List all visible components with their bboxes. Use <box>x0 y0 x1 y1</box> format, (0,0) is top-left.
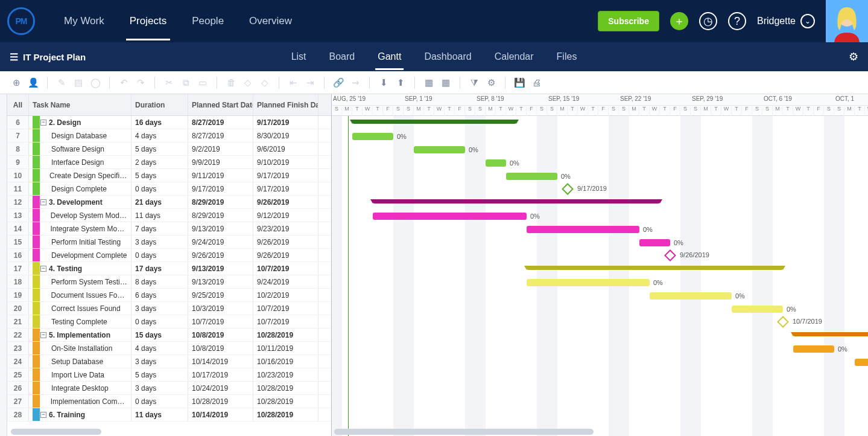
table-row[interactable]: 22−5. Implementation15 days10/8/201910/2… <box>7 329 331 342</box>
indent-icon[interactable]: ⇥ <box>303 76 317 89</box>
table-scrollbar[interactable] <box>11 429 101 435</box>
table-row[interactable]: 23On-Site Installation4 days10/8/201910/… <box>7 342 331 355</box>
subscribe-button[interactable]: Subscribe <box>598 11 659 31</box>
avatar[interactable] <box>826 0 868 42</box>
cut-icon[interactable]: ✂ <box>162 76 176 89</box>
settings2-icon[interactable]: ⚙ <box>484 76 498 89</box>
gantt-summary-bar[interactable] <box>373 199 660 204</box>
table-row[interactable]: 13Develop System Modules11 days8/29/2019… <box>7 209 331 222</box>
timer-icon[interactable]: ◷ <box>699 12 717 30</box>
table-row[interactable]: 11Design Complete0 days9/17/20199/17/201… <box>7 182 331 196</box>
collapse-toggle[interactable]: − <box>40 199 46 205</box>
edit-icon[interactable]: ✎ <box>55 76 68 89</box>
table-row[interactable]: 8Software Design5 days9/2/20199/6/2019 <box>7 143 331 156</box>
table-row[interactable]: 7Design Database4 days8/27/20198/30/2019 <box>7 129 331 143</box>
day-cell: M <box>701 106 711 116</box>
table-row[interactable]: 18Perform System Testing8 days9/13/20199… <box>7 275 331 289</box>
gantt-task-bar[interactable] <box>527 279 650 286</box>
view-tab-gantt[interactable]: Gantt <box>375 43 404 70</box>
view-tab-board[interactable]: Board <box>327 43 358 70</box>
project-menu[interactable]: ☰ IT Project Plan <box>10 51 86 63</box>
table-row[interactable]: 21Testing Complete0 days10/7/201910/7/20… <box>7 315 331 329</box>
print-icon[interactable]: 🖨 <box>530 76 543 89</box>
table-row[interactable]: 24Setup Database3 days10/14/201910/16/20… <box>7 355 331 368</box>
export-icon[interactable]: ⬆ <box>394 76 407 89</box>
col-task[interactable]: Task Name <box>29 94 131 115</box>
logo[interactable]: PM <box>0 0 42 42</box>
gantt-summary-bar[interactable] <box>527 266 783 270</box>
settings-icon[interactable]: ⚙ <box>849 50 858 63</box>
note-icon[interactable]: ▤ <box>72 76 85 89</box>
save-icon[interactable]: 💾 <box>513 76 526 89</box>
table-row[interactable]: 6−2. Design16 days8/27/20199/17/2019 <box>7 116 331 129</box>
table-row[interactable]: 19Document Issues Found6 days9/25/201910… <box>7 289 331 302</box>
paste-icon[interactable]: ▭ <box>196 76 209 89</box>
top-nav-people[interactable]: People <box>188 2 227 40</box>
gantt-task-bar[interactable] <box>373 213 527 220</box>
user-menu[interactable]: Bridgette ⌄ <box>757 14 815 28</box>
collapse-toggle[interactable]: − <box>40 332 46 338</box>
collapse-toggle[interactable]: − <box>40 120 46 126</box>
gantt-task-bar[interactable] <box>855 359 868 366</box>
diamond2-icon[interactable]: ◇ <box>258 76 271 89</box>
view-tab-list[interactable]: List <box>289 43 309 70</box>
gantt-summary-bar[interactable] <box>352 120 516 124</box>
filter-icon[interactable]: ⧩ <box>467 76 481 89</box>
grid1-icon[interactable]: ▦ <box>422 76 436 89</box>
table-row[interactable]: 28−6. Training11 days10/14/201910/28/201… <box>7 408 331 422</box>
delete-icon[interactable]: 🗑 <box>224 76 238 89</box>
table-row[interactable]: 20Correct Issues Found3 days10/3/201910/… <box>7 302 331 315</box>
redo-icon[interactable]: ↷ <box>134 76 147 89</box>
table-row[interactable]: 27Implementation Complete0 days10/28/201… <box>7 395 331 408</box>
top-nav-my-work[interactable]: My Work <box>60 2 108 40</box>
table-row[interactable]: 17−4. Testing17 days9/13/201910/7/2019 <box>7 262 331 275</box>
import-icon[interactable]: ⬇ <box>377 76 390 89</box>
gantt-milestone[interactable] <box>562 183 574 195</box>
col-all[interactable]: All <box>7 94 29 115</box>
gantt-task-bar[interactable] <box>506 173 557 180</box>
view-tab-dashboard[interactable]: Dashboard <box>422 43 474 70</box>
help-icon[interactable]: ? <box>728 12 746 30</box>
gantt-body[interactable]: 0%0%0%0%9/17/20190%0%0%9/26/20190%0%0%10… <box>332 116 868 436</box>
gantt-task-bar[interactable] <box>650 292 732 300</box>
unlink-icon[interactable]: ⇝ <box>349 76 362 89</box>
gantt-task-bar[interactable] <box>414 146 465 153</box>
gantt-milestone[interactable] <box>777 316 789 328</box>
add-task-icon[interactable]: ⊕ <box>10 76 23 89</box>
gantt-summary-bar[interactable] <box>793 332 868 336</box>
table-row[interactable]: 12−3. Development21 days8/29/20199/26/20… <box>7 196 331 209</box>
copy-icon[interactable]: ⧉ <box>179 76 192 89</box>
grid2-icon[interactable]: ▦ <box>439 76 452 89</box>
gantt-milestone[interactable] <box>664 249 676 261</box>
assign-icon[interactable]: 👤 <box>27 76 40 89</box>
table-row[interactable]: 10Create Design Specifications5 days9/11… <box>7 169 331 182</box>
gantt-task-bar[interactable] <box>486 159 506 167</box>
gantt-task-bar[interactable] <box>527 226 639 233</box>
add-icon[interactable]: ＋ <box>670 12 688 30</box>
link-icon[interactable]: 🔗 <box>332 76 345 89</box>
table-row[interactable]: 26Integrate Desktop3 days10/24/201910/28… <box>7 382 331 395</box>
col-planned-finish[interactable]: Planned Finish Date <box>253 94 318 115</box>
gantt-task-bar[interactable] <box>352 133 393 140</box>
table-row[interactable]: 16Development Complete0 days9/26/20199/2… <box>7 249 331 262</box>
table-row[interactable]: 25Import Live Data5 days10/17/201910/23/… <box>7 368 331 382</box>
outdent-icon[interactable]: ⇤ <box>287 76 300 89</box>
gantt-task-bar[interactable] <box>732 306 783 313</box>
comment-icon[interactable]: ◯ <box>89 76 102 89</box>
col-duration[interactable]: Duration <box>131 94 188 115</box>
gantt-scrollbar[interactable] <box>334 429 594 435</box>
gantt-task-bar[interactable] <box>639 239 670 246</box>
table-row[interactable]: 15Perform Initial Testing3 days9/24/2019… <box>7 236 331 249</box>
view-tab-calendar[interactable]: Calendar <box>492 43 536 70</box>
diamond-icon[interactable]: ◇ <box>241 76 255 89</box>
col-planned-start[interactable]: Planned Start Date <box>188 94 253 115</box>
table-row[interactable]: 9Interface Design2 days9/9/20199/10/2019 <box>7 156 331 169</box>
top-nav-overview[interactable]: Overview <box>246 2 296 40</box>
view-tab-files[interactable]: Files <box>554 43 580 70</box>
collapse-toggle[interactable]: − <box>40 412 46 418</box>
undo-icon[interactable]: ↶ <box>117 76 130 89</box>
top-nav-projects[interactable]: Projects <box>126 2 170 40</box>
table-row[interactable]: 14Integrate System Modules7 days9/13/201… <box>7 222 331 236</box>
gantt-task-bar[interactable] <box>793 345 834 353</box>
collapse-toggle[interactable]: − <box>40 266 46 272</box>
